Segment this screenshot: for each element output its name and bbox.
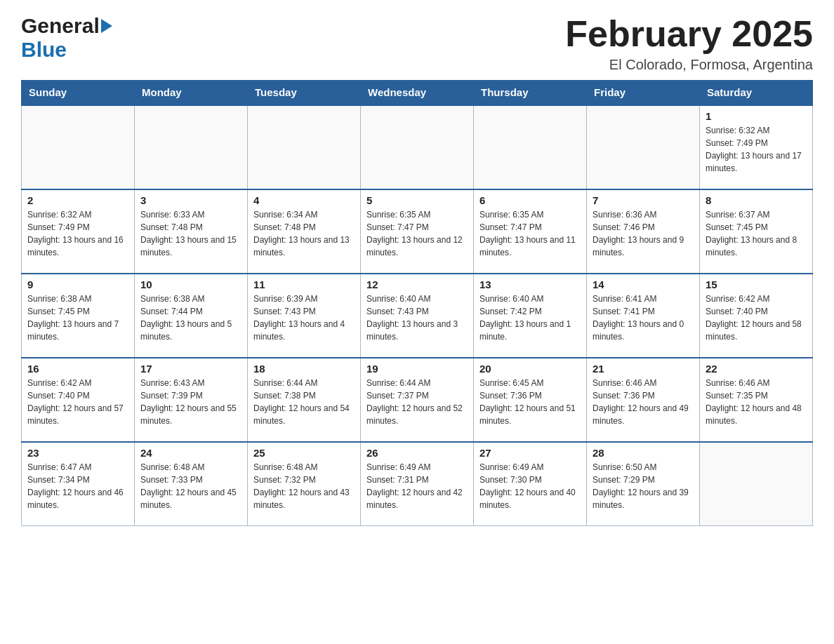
- day-number: 8: [706, 194, 807, 206]
- location: El Colorado, Formosa, Argentina: [565, 57, 813, 73]
- calendar-cell: 20Sunrise: 6:45 AMSunset: 7:36 PMDayligh…: [474, 358, 587, 442]
- calendar-cell: 10Sunrise: 6:38 AMSunset: 7:44 PMDayligh…: [135, 274, 248, 358]
- day-number: 9: [27, 279, 128, 290]
- day-number: 5: [366, 194, 468, 206]
- day-info: Sunrise: 6:40 AMSunset: 7:43 PMDaylight:…: [366, 293, 468, 343]
- calendar-table: SundayMondayTuesdayWednesdayThursdayFrid…: [21, 80, 813, 526]
- weekday-header-sunday: Sunday: [22, 81, 135, 105]
- calendar-week-2: 2Sunrise: 6:32 AMSunset: 7:49 PMDaylight…: [22, 189, 813, 274]
- calendar-cell: 11Sunrise: 6:39 AMSunset: 7:43 PMDayligh…: [248, 274, 361, 358]
- calendar-cell: [474, 105, 587, 189]
- day-info: Sunrise: 6:45 AMSunset: 7:36 PMDaylight:…: [479, 377, 581, 427]
- calendar-cell: [587, 105, 700, 189]
- calendar-week-3: 9Sunrise: 6:38 AMSunset: 7:45 PMDaylight…: [22, 274, 813, 358]
- calendar-cell: 23Sunrise: 6:47 AMSunset: 7:34 PMDayligh…: [22, 442, 135, 526]
- page-header: General Blue February 2025 El Colorado, …: [21, 14, 813, 73]
- calendar-cell: [248, 105, 361, 189]
- calendar-cell: 1Sunrise: 6:32 AMSunset: 7:49 PMDaylight…: [700, 105, 813, 189]
- day-info: Sunrise: 6:48 AMSunset: 7:32 PMDaylight:…: [253, 461, 355, 511]
- day-number: 10: [140, 279, 241, 290]
- day-number: 22: [706, 363, 807, 375]
- calendar-cell: 21Sunrise: 6:46 AMSunset: 7:36 PMDayligh…: [587, 358, 700, 442]
- calendar-cell: 28Sunrise: 6:50 AMSunset: 7:29 PMDayligh…: [587, 442, 700, 526]
- day-info: Sunrise: 6:40 AMSunset: 7:42 PMDaylight:…: [479, 293, 581, 343]
- calendar-cell: 9Sunrise: 6:38 AMSunset: 7:45 PMDaylight…: [22, 274, 135, 358]
- calendar-cell: 16Sunrise: 6:42 AMSunset: 7:40 PMDayligh…: [22, 358, 135, 442]
- calendar-week-1: 1Sunrise: 6:32 AMSunset: 7:49 PMDaylight…: [22, 105, 813, 189]
- day-info: Sunrise: 6:46 AMSunset: 7:36 PMDaylight:…: [593, 377, 694, 427]
- day-info: Sunrise: 6:44 AMSunset: 7:38 PMDaylight:…: [253, 377, 355, 427]
- day-number: 13: [479, 279, 581, 290]
- day-number: 14: [593, 279, 694, 290]
- day-number: 23: [27, 447, 128, 459]
- day-number: 4: [253, 194, 355, 206]
- day-info: Sunrise: 6:34 AMSunset: 7:48 PMDaylight:…: [253, 208, 355, 259]
- day-info: Sunrise: 6:48 AMSunset: 7:33 PMDaylight:…: [140, 461, 241, 511]
- calendar-cell: 22Sunrise: 6:46 AMSunset: 7:35 PMDayligh…: [700, 358, 813, 442]
- calendar-cell: 4Sunrise: 6:34 AMSunset: 7:48 PMDaylight…: [248, 189, 361, 274]
- day-number: 19: [366, 363, 468, 375]
- day-number: 11: [253, 279, 355, 290]
- calendar-cell: [361, 105, 474, 189]
- weekday-header-wednesday: Wednesday: [361, 81, 474, 105]
- day-info: Sunrise: 6:35 AMSunset: 7:47 PMDaylight:…: [366, 208, 468, 259]
- day-info: Sunrise: 6:50 AMSunset: 7:29 PMDaylight:…: [593, 461, 694, 511]
- logo-blue: Blue: [21, 38, 67, 61]
- calendar-cell: [700, 442, 813, 526]
- day-number: 6: [479, 194, 581, 206]
- day-info: Sunrise: 6:42 AMSunset: 7:40 PMDaylight:…: [706, 293, 807, 343]
- month-title: February 2025: [565, 14, 813, 54]
- day-info: Sunrise: 6:38 AMSunset: 7:44 PMDaylight:…: [140, 293, 241, 343]
- weekday-header-thursday: Thursday: [474, 81, 587, 105]
- calendar-cell: 17Sunrise: 6:43 AMSunset: 7:39 PMDayligh…: [135, 358, 248, 442]
- calendar-cell: 5Sunrise: 6:35 AMSunset: 7:47 PMDaylight…: [361, 189, 474, 274]
- day-info: Sunrise: 6:49 AMSunset: 7:30 PMDaylight:…: [479, 461, 581, 511]
- calendar-cell: 26Sunrise: 6:49 AMSunset: 7:31 PMDayligh…: [361, 442, 474, 526]
- day-number: 1: [706, 110, 807, 122]
- day-number: 26: [366, 447, 468, 459]
- calendar-cell: 2Sunrise: 6:32 AMSunset: 7:49 PMDaylight…: [22, 189, 135, 274]
- calendar-cell: 24Sunrise: 6:48 AMSunset: 7:33 PMDayligh…: [135, 442, 248, 526]
- day-number: 2: [27, 194, 128, 206]
- day-info: Sunrise: 6:44 AMSunset: 7:37 PMDaylight:…: [366, 377, 468, 427]
- calendar-cell: 18Sunrise: 6:44 AMSunset: 7:38 PMDayligh…: [248, 358, 361, 442]
- day-number: 25: [253, 447, 355, 459]
- logo-arrow-icon: [101, 19, 112, 33]
- day-number: 3: [140, 194, 241, 206]
- weekday-header-tuesday: Tuesday: [248, 81, 361, 105]
- day-info: Sunrise: 6:33 AMSunset: 7:48 PMDaylight:…: [140, 208, 241, 259]
- day-number: 21: [593, 363, 694, 375]
- day-info: Sunrise: 6:32 AMSunset: 7:49 PMDaylight:…: [27, 208, 128, 259]
- day-number: 15: [706, 279, 807, 290]
- day-info: Sunrise: 6:43 AMSunset: 7:39 PMDaylight:…: [140, 377, 241, 427]
- calendar-cell: 7Sunrise: 6:36 AMSunset: 7:46 PMDaylight…: [587, 189, 700, 274]
- day-number: 12: [366, 279, 468, 290]
- day-info: Sunrise: 6:39 AMSunset: 7:43 PMDaylight:…: [253, 293, 355, 343]
- title-section: February 2025 El Colorado, Formosa, Arge…: [565, 14, 813, 73]
- weekday-header-saturday: Saturday: [700, 81, 813, 105]
- day-info: Sunrise: 6:38 AMSunset: 7:45 PMDaylight:…: [27, 293, 128, 343]
- calendar-cell: 25Sunrise: 6:48 AMSunset: 7:32 PMDayligh…: [248, 442, 361, 526]
- calendar-cell: [22, 105, 135, 189]
- calendar-cell: 6Sunrise: 6:35 AMSunset: 7:47 PMDaylight…: [474, 189, 587, 274]
- day-info: Sunrise: 6:37 AMSunset: 7:45 PMDaylight:…: [706, 208, 807, 259]
- day-info: Sunrise: 6:41 AMSunset: 7:41 PMDaylight:…: [593, 293, 694, 343]
- day-number: 20: [479, 363, 581, 375]
- day-number: 27: [479, 447, 581, 459]
- calendar-cell: 12Sunrise: 6:40 AMSunset: 7:43 PMDayligh…: [361, 274, 474, 358]
- logo-general: General: [21, 14, 100, 38]
- day-info: Sunrise: 6:32 AMSunset: 7:49 PMDaylight:…: [706, 124, 807, 175]
- day-info: Sunrise: 6:47 AMSunset: 7:34 PMDaylight:…: [27, 461, 128, 511]
- calendar-week-5: 23Sunrise: 6:47 AMSunset: 7:34 PMDayligh…: [22, 442, 813, 526]
- weekday-header-monday: Monday: [135, 81, 248, 105]
- calendar-cell: [135, 105, 248, 189]
- day-number: 17: [140, 363, 241, 375]
- weekday-header-friday: Friday: [587, 81, 700, 105]
- day-info: Sunrise: 6:42 AMSunset: 7:40 PMDaylight:…: [27, 377, 128, 427]
- calendar-cell: 8Sunrise: 6:37 AMSunset: 7:45 PMDaylight…: [700, 189, 813, 274]
- day-info: Sunrise: 6:46 AMSunset: 7:35 PMDaylight:…: [706, 377, 807, 427]
- day-info: Sunrise: 6:36 AMSunset: 7:46 PMDaylight:…: [593, 208, 694, 259]
- day-number: 18: [253, 363, 355, 375]
- calendar-cell: 27Sunrise: 6:49 AMSunset: 7:30 PMDayligh…: [474, 442, 587, 526]
- calendar-cell: 19Sunrise: 6:44 AMSunset: 7:37 PMDayligh…: [361, 358, 474, 442]
